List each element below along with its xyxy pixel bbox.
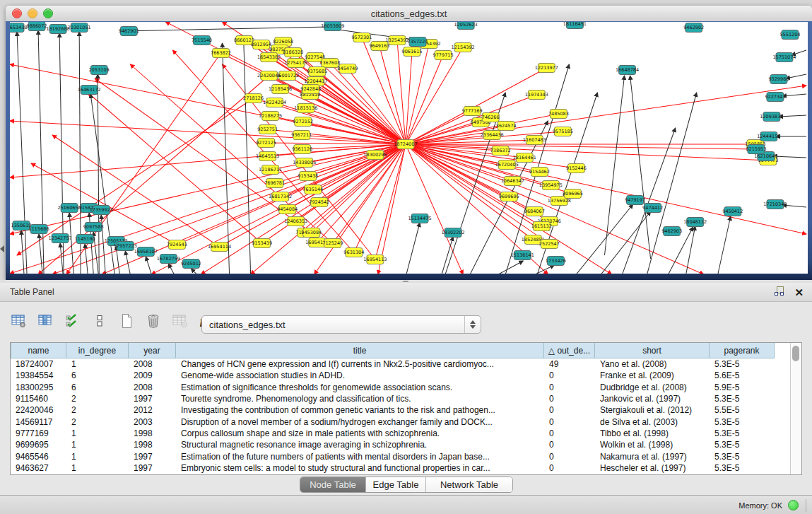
column-header-title[interactable]: title bbox=[176, 343, 544, 358]
graph-node[interactable]: 9631304 bbox=[343, 248, 364, 257]
graph-node[interactable]: 1115686 bbox=[29, 225, 49, 234]
graph-node[interactable]: 11974343 bbox=[525, 90, 548, 100]
graph-node[interactable]: 14338005 bbox=[293, 158, 316, 168]
graph-node[interactable]: 12342757 bbox=[49, 234, 72, 243]
table-row[interactable]: 1830029562008Estimation of significance … bbox=[11, 382, 791, 393]
tab-edge-table[interactable]: Edge Table bbox=[366, 477, 426, 492]
graph-node[interactable]: 8215953 bbox=[746, 145, 766, 154]
graph-node[interactable]: 9454084 bbox=[277, 205, 298, 214]
graph-node[interactable]: 18300295 bbox=[363, 151, 387, 160]
graph-node[interactable]: 7125249 bbox=[322, 239, 343, 248]
graph-node[interactable]: 15134475 bbox=[408, 214, 431, 223]
graph-node[interactable]: 9154462 bbox=[529, 168, 550, 177]
graph-node[interactable]: 9699695 bbox=[499, 192, 519, 201]
table-row[interactable]: 1456911722003Disruption of a novel membe… bbox=[11, 416, 791, 427]
graph-node[interactable]: 8186328 bbox=[283, 48, 303, 57]
graph-node[interactable]: 7357224 bbox=[408, 37, 428, 47]
graph-node[interactable]: 7924542 bbox=[309, 198, 329, 207]
graph-node[interactable]: 23364436 bbox=[481, 131, 504, 140]
graph-node[interactable]: 3624574 bbox=[496, 122, 517, 131]
graph-node[interactable]: 9227343 bbox=[765, 93, 785, 102]
graph-node[interactable]: 10646347 bbox=[501, 177, 524, 186]
close-icon[interactable]: ✕ bbox=[794, 287, 804, 298]
graph-node[interactable]: 9572301 bbox=[351, 33, 372, 42]
graph-node[interactable]: 1145190 bbox=[75, 235, 95, 244]
graph-node[interactable]: 16463172 bbox=[78, 86, 101, 95]
graph-node[interactable]: 9462903 bbox=[661, 227, 682, 236]
graph-node[interactable]: 9367211 bbox=[291, 131, 312, 140]
graph-node[interactable]: 8912954 bbox=[251, 40, 271, 49]
graph-node[interactable]: 16653438 bbox=[10, 23, 28, 33]
graph-node[interactable]: 13254392 bbox=[385, 36, 408, 45]
graph-node[interactable]: 15136141 bbox=[511, 251, 534, 260]
graph-node[interactable]: 12154392 bbox=[452, 43, 475, 52]
graph-node[interactable]: 9474412 bbox=[642, 204, 663, 213]
graph-node[interactable]: 12213977 bbox=[535, 64, 558, 73]
graph-node[interactable]: 18192680 bbox=[47, 25, 70, 34]
table-row[interactable]: 946362711997Embryonic stem cells: a mode… bbox=[11, 462, 791, 474]
graph-node[interactable]: 9272125 bbox=[256, 139, 276, 148]
graph-node[interactable]: 22420046 bbox=[257, 71, 281, 81]
graph-node[interactable]: 13954975 bbox=[539, 181, 563, 190]
graph-node[interactable]: 12185436 bbox=[269, 85, 292, 94]
graph-node[interactable]: 12093832 bbox=[760, 112, 783, 122]
graph-node[interactable]: 9684067 bbox=[524, 207, 545, 216]
graph-node[interactable]: 18116451 bbox=[563, 22, 587, 29]
graph-node[interactable]: 2053109 bbox=[89, 66, 110, 75]
new-column-button[interactable] bbox=[117, 313, 136, 332]
graph-node[interactable]: 9450412 bbox=[722, 207, 743, 216]
graph-node[interactable]: 1733426 bbox=[546, 257, 566, 266]
table-row[interactable]: 977716911998Corpus callosum shape and si… bbox=[11, 428, 791, 439]
graph-node[interactable]: 9329966 bbox=[768, 75, 789, 84]
graph-node[interactable]: 9777169 bbox=[462, 107, 483, 116]
row-options-button[interactable] bbox=[90, 313, 109, 332]
column-header-year[interactable]: year bbox=[129, 343, 176, 358]
table-row[interactable]: 1872400712008Changes of HCN gene express… bbox=[11, 358, 791, 370]
graph-node[interactable]: 16817342 bbox=[269, 192, 292, 201]
graph-node[interactable]: 9153439 bbox=[252, 239, 272, 248]
graph-node[interactable]: 16053809 bbox=[321, 22, 344, 31]
table-row[interactable]: 1938455462009Genome-wide association stu… bbox=[11, 370, 791, 381]
graph-node[interactable]: 18724007 bbox=[394, 140, 417, 149]
graph-node[interactable]: 9453084 bbox=[301, 228, 322, 238]
float-window-icon[interactable] bbox=[774, 286, 784, 298]
graph-node[interactable]: 9886072 bbox=[27, 22, 47, 31]
graph-node[interactable]: 746266 bbox=[482, 113, 500, 122]
table-selector[interactable]: citations_edges.txt bbox=[201, 315, 481, 334]
graph-node[interactable]: 18164461 bbox=[513, 153, 536, 163]
column-header-name[interactable]: name bbox=[11, 343, 66, 358]
column-header-out_de[interactable]: △ out_de... bbox=[544, 343, 595, 358]
graph-node[interactable]: 9462902 bbox=[683, 23, 704, 33]
table-row[interactable]: 911546021997Tourette syndrome. Phenomeno… bbox=[11, 393, 791, 404]
delete-column-button[interactable] bbox=[144, 313, 163, 332]
scrollbar-thumb[interactable] bbox=[792, 346, 799, 361]
graph-node[interactable]: 12444158 bbox=[757, 132, 780, 141]
graph-node[interactable]: 9252751 bbox=[257, 125, 278, 134]
graph-node[interactable]: 9361126 bbox=[292, 145, 312, 154]
graph-node[interactable]: 8096965 bbox=[563, 189, 583, 199]
column-header-in_degree[interactable]: in_degree bbox=[66, 343, 129, 358]
graph-node[interactable]: 9575185 bbox=[553, 127, 573, 136]
graph-node[interactable]: 14645513 bbox=[256, 152, 279, 161]
graph-node[interactable]: 5551204 bbox=[779, 30, 800, 40]
select-columns-button[interactable] bbox=[64, 313, 82, 332]
graph-node[interactable]: 18046112 bbox=[683, 218, 707, 227]
graph-node[interactable]: 16543382 bbox=[257, 53, 281, 62]
graph-node[interactable]: 9272152 bbox=[293, 117, 313, 127]
graph-node[interactable]: 9245012 bbox=[181, 259, 201, 269]
graph-node[interactable]: 7635144 bbox=[302, 185, 323, 194]
graph-node[interactable]: 9061615 bbox=[402, 47, 423, 57]
graph-node[interactable]: 16958107 bbox=[134, 247, 158, 257]
column-header-short[interactable]: short bbox=[595, 343, 710, 358]
graph-node[interactable]: 9242848 bbox=[300, 85, 321, 94]
graph-node[interactable]: 9779715 bbox=[433, 51, 454, 60]
tab-network-table[interactable]: Network Table bbox=[426, 477, 512, 492]
graph-node[interactable]: 12052623 bbox=[454, 22, 478, 30]
graph-node[interactable]: 20301051 bbox=[68, 23, 91, 33]
graph-node[interactable]: 17359928 bbox=[90, 206, 113, 215]
graph-node[interactable]: 11607483 bbox=[523, 136, 546, 145]
table-row[interactable]: 969969511998Structural magnetic resonanc… bbox=[11, 439, 791, 450]
graph-node[interactable]: 9462901 bbox=[119, 27, 139, 36]
network-canvas[interactable]: 1872400718300295127541751600172212185436… bbox=[10, 22, 808, 274]
vertical-scrollbar[interactable] bbox=[790, 343, 801, 474]
